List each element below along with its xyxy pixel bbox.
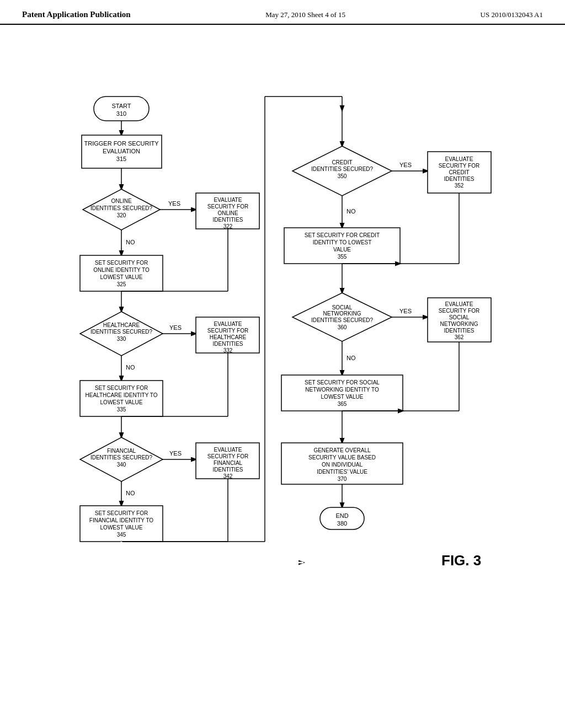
svg-text:NO: NO [126, 364, 135, 371]
svg-text:YES: YES [169, 450, 182, 457]
svg-text:LOWEST VALUE: LOWEST VALUE [321, 394, 364, 400]
svg-text:IDENTITIES: IDENTITIES [212, 217, 243, 223]
svg-text:370: 370 [338, 476, 347, 482]
svg-text:NO: NO [126, 239, 135, 245]
svg-text:END: END [335, 512, 348, 519]
svg-text:365: 365 [338, 401, 347, 407]
svg-text:IDENTITIES' VALUE: IDENTITIES' VALUE [317, 469, 367, 475]
header-center: May 27, 2010 Sheet 4 of 15 [265, 10, 345, 19]
svg-text:NO: NO [126, 490, 135, 496]
svg-text:ONLINE: ONLINE [217, 210, 238, 216]
diagram-area: .node-text { font-family: Arial, sans-se… [0, 25, 565, 687]
svg-text:IDENTITIES: IDENTITIES [212, 341, 243, 347]
svg-text:YES: YES [399, 162, 412, 168]
svg-text:SET SECURITY FOR CREDIT: SET SECURITY FOR CREDIT [305, 232, 380, 238]
svg-text:VALUE: VALUE [333, 247, 351, 253]
svg-text:SET SECURITY FOR: SET SECURITY FOR [95, 260, 148, 266]
svg-text:SECURITY VALUE BASED: SECURITY VALUE BASED [308, 454, 376, 461]
svg-text:335: 335 [117, 406, 126, 413]
svg-text:HEALTHCARE IDENTITY TO: HEALTHCARE IDENTITY TO [86, 392, 158, 398]
svg-text:EVALUATE: EVALUATE [214, 321, 242, 327]
svg-text:330: 330 [117, 336, 126, 342]
svg-text:310: 310 [116, 110, 126, 117]
svg-text:YES: YES [169, 324, 182, 331]
svg-text:350: 350 [338, 173, 347, 179]
svg-text:315: 315 [116, 156, 126, 162]
svg-text:EVALUATION: EVALUATION [103, 148, 140, 154]
svg-text:YES: YES [399, 308, 412, 314]
svg-text:LOWEST VALUE: LOWEST VALUE [100, 274, 143, 280]
svg-text:LOWEST VALUE: LOWEST VALUE [100, 524, 143, 531]
flowchart-svg: .node-text { font-family: Arial, sans-se… [0, 25, 565, 687]
svg-text:IDENTITIES SECURED?: IDENTITIES SECURED? [311, 317, 374, 323]
svg-text:SECURITY FOR: SECURITY FOR [439, 308, 479, 314]
svg-text:EVALUATE: EVALUATE [445, 301, 473, 307]
svg-text:IDENTITIES SECURED?: IDENTITIES SECURED? [311, 166, 374, 172]
svg-text:SET SECURITY FOR SOCIAL: SET SECURITY FOR SOCIAL [305, 379, 380, 386]
svg-text:340: 340 [117, 462, 126, 468]
svg-text:START: START [111, 103, 131, 109]
svg-text:362: 362 [455, 334, 464, 340]
page-header: Patent Application Publication May 27, 2… [0, 0, 565, 25]
svg-text:SECURITY FOR: SECURITY FOR [439, 163, 479, 169]
svg-text:320: 320 [117, 212, 126, 218]
svg-text:NETWORKING: NETWORKING [323, 311, 361, 317]
svg-text:360: 360 [338, 324, 347, 330]
svg-text:SET SECURITY FOR: SET SECURITY FOR [95, 385, 148, 391]
svg-text:NO: NO [347, 355, 356, 361]
svg-text:FINANCIAL: FINANCIAL [214, 460, 243, 466]
svg-text:352: 352 [455, 183, 464, 189]
svg-text:IDENTITIES SECURED?: IDENTITIES SECURED? [90, 329, 153, 335]
svg-text:ON INDIVIDUAL: ON INDIVIDUAL [322, 462, 363, 468]
svg-text:325: 325 [117, 281, 126, 287]
svg-text:SET SECURITY FOR: SET SECURITY FOR [95, 510, 148, 516]
svg-text:332: 332 [223, 347, 233, 354]
svg-text:CREDIT: CREDIT [332, 159, 352, 165]
header-left: Patent Application Publication [22, 10, 131, 19]
fig-label: FIG. 3 [441, 552, 481, 569]
svg-text:IDENTITIES: IDENTITIES [212, 467, 243, 473]
svg-text:IDENTITIES SECURED?: IDENTITIES SECURED? [90, 205, 153, 211]
svg-text:SOCIAL: SOCIAL [449, 314, 470, 320]
svg-text:FINANCIAL IDENTITY TO: FINANCIAL IDENTITY TO [89, 517, 154, 523]
svg-text:342: 342 [223, 473, 233, 479]
svg-text:NETWORKING IDENTITY TO: NETWORKING IDENTITY TO [305, 387, 379, 393]
svg-text:322: 322 [223, 223, 233, 229]
svg-text:SECURITY FOR: SECURITY FOR [207, 328, 248, 334]
svg-text:NETWORKING: NETWORKING [440, 321, 478, 327]
svg-text:ONLINE: ONLINE [111, 198, 132, 204]
svg-text:HEALTHCARE: HEALTHCARE [210, 334, 247, 340]
svg-text:ONLINE IDENTITY TO: ONLINE IDENTITY TO [93, 267, 150, 273]
svg-text:CREDIT: CREDIT [449, 169, 469, 175]
svg-text:NO: NO [347, 208, 356, 215]
svg-text:SECURITY FOR: SECURITY FOR [207, 453, 248, 459]
svg-text:SOCIAL: SOCIAL [332, 304, 353, 311]
svg-text:IDENTITIES SECURED?: IDENTITIES SECURED? [90, 454, 153, 461]
svg-text:IDENTITIES: IDENTITIES [444, 328, 474, 334]
svg-text:SECURITY FOR: SECURITY FOR [207, 204, 248, 210]
svg-text:380: 380 [337, 520, 347, 527]
svg-text:GENERATE OVERALL: GENERATE OVERALL [313, 447, 371, 453]
svg-text:355: 355 [338, 254, 347, 260]
svg-text:TRIGGER FOR SECURITY: TRIGGER FOR SECURITY [84, 140, 159, 147]
svg-text:FINANCIAL: FINANCIAL [107, 448, 136, 454]
svg-text:HEALTHCARE: HEALTHCARE [103, 322, 140, 328]
svg-text:EVALUATE: EVALUATE [445, 156, 473, 162]
header-right: US 2010/0132043 A1 [481, 10, 543, 19]
svg-text:EVALUATE: EVALUATE [214, 447, 242, 453]
svg-text:IDENTITY TO LOWEST: IDENTITY TO LOWEST [313, 239, 372, 245]
svg-text:IDENTITIES: IDENTITIES [444, 176, 474, 182]
svg-text:345: 345 [117, 532, 126, 538]
svg-text:YES: YES [168, 200, 180, 207]
svg-text:EVALUATE: EVALUATE [214, 197, 242, 203]
svg-text:LOWEST VALUE: LOWEST VALUE [100, 399, 143, 405]
